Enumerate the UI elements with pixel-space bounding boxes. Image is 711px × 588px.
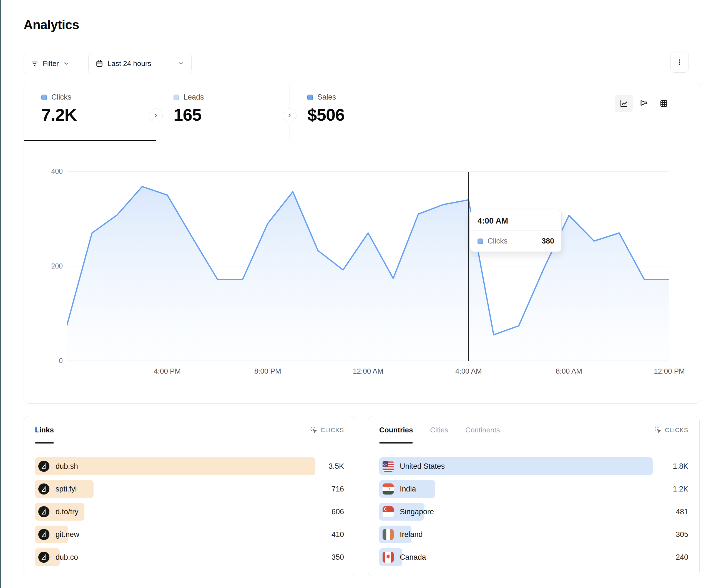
country-clicks-value: 240 — [676, 553, 688, 562]
x-tick-label: 8:00 PM — [245, 367, 290, 376]
link-label: dub.sh — [56, 462, 78, 471]
filter-label: Filter — [43, 59, 59, 68]
line-chart-icon — [619, 99, 628, 108]
y-tick-label: 200 — [35, 262, 63, 270]
expand-leads-button[interactable] — [283, 109, 297, 122]
cursor-click-icon — [310, 426, 318, 434]
x-tick-label: 8:00 AM — [547, 367, 591, 376]
countries-metric-selector[interactable]: CLICKS — [654, 426, 688, 434]
tab-countries[interactable]: Countries — [379, 426, 413, 434]
country-label: Singapore — [400, 507, 434, 516]
date-range-button[interactable]: Last 24 hours — [88, 53, 192, 74]
x-tick-label: 12:00 AM — [346, 367, 390, 376]
link-row[interactable]: git.new410 — [35, 526, 344, 543]
link-label: d.to/try — [56, 507, 79, 516]
country-clicks-value: 1.2K — [673, 485, 688, 493]
link-clicks-value: 3.5K — [328, 462, 344, 471]
dub-favicon-icon — [38, 529, 49, 540]
link-clicks-value: 716 — [331, 485, 344, 493]
legend-square — [173, 95, 179, 100]
clicks-time-series-chart[interactable]: 4002000 4:00 PM8:00 PM12:00 AM4:00 AM8:0… — [24, 141, 701, 403]
filter-button[interactable]: Filter — [24, 53, 81, 74]
stat-tab-clicks[interactable]: Clicks7.2K — [24, 83, 156, 141]
y-tick-label: 0 — [35, 357, 63, 365]
analytics-card: Clicks7.2KLeads165Sales$506 — [24, 83, 701, 404]
dub-favicon-icon — [38, 506, 49, 517]
sg-flag-icon — [383, 506, 394, 517]
link-label: spti.fyi — [56, 485, 77, 493]
stats-tabs: Clicks7.2KLeads165Sales$506 — [24, 83, 701, 141]
x-tick-label: 12:00 PM — [647, 367, 692, 376]
country-label: United States — [400, 462, 445, 471]
tab-links[interactable]: Links — [35, 426, 54, 434]
funnel-chart-icon — [639, 99, 648, 108]
x-tick-label: 4:00 PM — [145, 367, 190, 376]
stat-label: Sales — [317, 93, 336, 101]
line-chart-toggle[interactable] — [615, 95, 633, 112]
stat-tab-leads[interactable]: Leads165 — [156, 83, 289, 141]
stat-value: 165 — [173, 105, 289, 125]
tooltip-value: 380 — [542, 237, 554, 246]
countries-panel: Countries Cities Continents CLICKS Unite… — [368, 416, 699, 576]
links-panel: Links CLICKS dub.sh3.5Kspti.fyi716d.to/t… — [24, 416, 356, 576]
country-row[interactable]: India1.2K — [379, 480, 688, 498]
us-flag-icon — [383, 461, 394, 472]
table-toggle[interactable] — [655, 95, 673, 112]
links-metric-selector[interactable]: CLICKS — [310, 426, 344, 434]
links-panel-header: Links CLICKS — [24, 416, 355, 444]
link-clicks-value: 606 — [331, 507, 344, 516]
country-row[interactable]: Ireland305 — [379, 526, 688, 543]
link-label: git.new — [56, 530, 80, 539]
filter-icon — [30, 59, 39, 68]
ca-flag-icon — [383, 552, 394, 563]
countries-rows: United States1.8KIndia1.2KSingapore481Ir… — [368, 444, 699, 566]
analytics-page: Analytics Filter Last 24 hours Clicks7.2… — [0, 0, 711, 588]
link-row[interactable]: d.to/try606 — [35, 503, 344, 521]
legend-square — [41, 95, 47, 100]
dub-favicon-icon — [38, 461, 49, 472]
legend-square — [307, 95, 313, 100]
link-row[interactable]: dub.sh3.5K — [35, 457, 344, 475]
tab-cities[interactable]: Cities — [430, 426, 448, 434]
stat-value: 7.2K — [41, 105, 156, 125]
chart-tooltip: 4:00 AM Clicks 380 — [470, 210, 562, 252]
stat-label: Clicks — [51, 93, 71, 101]
country-row[interactable]: Canada240 — [379, 548, 688, 566]
country-row[interactable]: Singapore481 — [379, 503, 688, 521]
link-row[interactable]: spti.fyi716 — [35, 480, 344, 498]
tab-continents[interactable]: Continents — [465, 426, 500, 434]
expand-clicks-button[interactable] — [149, 109, 163, 122]
page-title: Analytics — [24, 17, 79, 32]
ie-flag-icon — [383, 529, 394, 540]
funnel-chart-toggle[interactable] — [635, 95, 653, 112]
kebab-icon — [675, 58, 684, 66]
link-row[interactable]: dub.co350 — [35, 548, 344, 566]
country-clicks-value: 1.8K — [673, 462, 688, 471]
links-rows: dub.sh3.5Kspti.fyi716d.to/try606git.new4… — [24, 444, 355, 566]
chart-view-toggles — [615, 95, 673, 112]
link-clicks-value: 350 — [331, 553, 344, 562]
cursor-click-icon — [654, 426, 662, 434]
country-label: India — [400, 485, 416, 493]
countries-panel-header: Countries Cities Continents CLICKS — [368, 416, 699, 444]
date-range-label: Last 24 hours — [107, 59, 151, 68]
table-grid-icon — [659, 99, 668, 108]
dub-favicon-icon — [38, 552, 49, 563]
clicks-legend-square — [477, 239, 483, 244]
country-clicks-value: 305 — [676, 530, 688, 539]
area-chart — [67, 172, 669, 361]
x-tick-label: 4:00 AM — [447, 367, 491, 376]
in-flag-icon — [383, 483, 394, 495]
more-menu-button[interactable] — [670, 51, 689, 73]
stat-label: Leads — [184, 93, 204, 101]
dub-favicon-icon — [38, 483, 49, 495]
tooltip-time: 4:00 AM — [470, 210, 561, 231]
links-metric-label: CLICKS — [321, 427, 344, 434]
y-tick-label: 400 — [35, 167, 63, 175]
area-fill — [67, 187, 669, 361]
country-row[interactable]: United States1.8K — [379, 457, 688, 475]
calendar-icon — [95, 59, 104, 68]
country-label: Canada — [400, 553, 426, 562]
window-left-edge — [0, 0, 1, 588]
tooltip-series-label: Clicks — [488, 237, 508, 246]
